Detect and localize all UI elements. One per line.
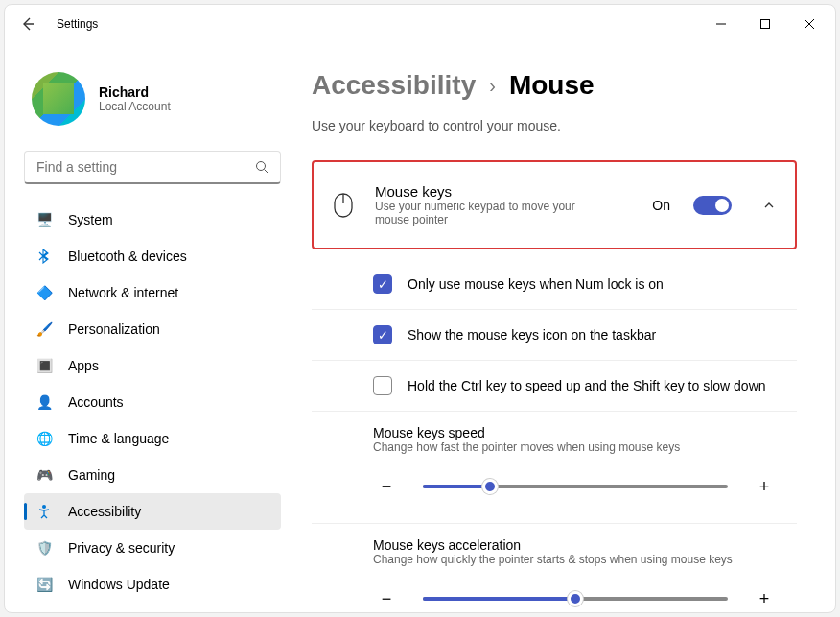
nav-icon: 🔷	[35, 284, 53, 301]
search-icon	[255, 160, 268, 174]
nav-icon: 🖥️	[35, 211, 53, 228]
close-button[interactable]	[787, 5, 831, 43]
titlebar: Settings	[5, 5, 835, 43]
mouse-keys-card[interactable]: Mouse keys Use your numeric keypad to mo…	[312, 160, 797, 249]
svg-rect-1	[761, 20, 770, 29]
search-input[interactable]	[36, 159, 255, 175]
checkbox[interactable]: ✓	[373, 325, 392, 344]
nav-icon: 🖌️	[35, 320, 53, 338]
decrease-button[interactable]: −	[373, 473, 400, 500]
nav-label: Windows Update	[68, 577, 170, 592]
settings-window: Settings Richard Local Account 🖥️SystemB…	[4, 4, 836, 613]
sidebar-item-network-internet[interactable]: 🔷Network & internet	[24, 274, 281, 311]
slider-thumb[interactable]	[482, 479, 498, 494]
sidebar-item-gaming[interactable]: 🎮Gaming	[24, 457, 281, 493]
checkbox-row[interactable]: ✓Show the mouse keys icon on the taskbar	[312, 310, 797, 361]
card-sub: Use your numeric keypad to move your mou…	[375, 200, 605, 226]
decrease-button[interactable]: −	[373, 585, 400, 612]
card-title: Mouse keys	[375, 183, 633, 200]
nav-label: Time & language	[68, 431, 169, 446]
checkbox[interactable]: ✓	[373, 274, 392, 294]
chevron-up-icon[interactable]	[762, 199, 776, 212]
increase-button[interactable]: +	[751, 585, 778, 612]
nav-label: Accessibility	[68, 504, 141, 519]
slider-block: Mouse keys speedChange how fast the poin…	[312, 412, 797, 524]
nav-label: Accounts	[68, 394, 124, 410]
sidebar-item-time-language[interactable]: 🌐Time & language	[24, 420, 281, 457]
sidebar-item-apps[interactable]: 🔳Apps	[24, 347, 281, 384]
slider-block: Mouse keys accelerationChange how quickl…	[312, 524, 797, 612]
sidebar-item-windows-update[interactable]: 🔄Windows Update	[24, 566, 281, 603]
sidebar-item-system[interactable]: 🖥️System	[24, 202, 281, 238]
nav-icon: 🛡️	[35, 539, 53, 557]
svg-point-6	[42, 505, 46, 509]
nav-icon	[35, 248, 53, 265]
nav-label: Personalization	[68, 321, 160, 337]
sidebar-item-personalization[interactable]: 🖌️Personalization	[24, 311, 281, 347]
sidebar-item-bluetooth-devices[interactable]: Bluetooth & devices	[24, 238, 281, 274]
sidebar-item-accessibility[interactable]: Accessibility	[24, 493, 281, 530]
window-controls	[699, 5, 831, 43]
slider-title: Mouse keys acceleration	[373, 537, 778, 553]
nav-label: Apps	[68, 358, 99, 373]
page-description: Use your keyboard to control your mouse.	[312, 118, 797, 133]
nav-icon: 🌐	[35, 430, 53, 447]
mouse-icon	[333, 192, 356, 219]
increase-button[interactable]: +	[751, 473, 778, 500]
back-button[interactable]	[9, 5, 47, 43]
checkbox-row[interactable]: ✓Only use mouse keys when Num lock is on	[312, 259, 797, 310]
nav-icon: 🎮	[35, 466, 53, 484]
sidebar-item-accounts[interactable]: 👤Accounts	[24, 384, 281, 420]
profile-block[interactable]: Richard Local Account	[24, 43, 281, 143]
chevron-right-icon: ›	[489, 75, 496, 97]
checkbox-label: Show the mouse keys icon on the taskbar	[408, 327, 656, 343]
nav-label: Network & internet	[68, 285, 178, 300]
slider-thumb[interactable]	[568, 591, 583, 606]
checkbox-label: Hold the Ctrl key to speed up and the Sh…	[408, 378, 766, 393]
checkbox-row[interactable]: Hold the Ctrl key to speed up and the Sh…	[312, 361, 797, 412]
nav-icon	[35, 503, 53, 520]
nav-label: System	[68, 212, 113, 227]
search-box[interactable]	[24, 151, 281, 184]
breadcrumb-parent[interactable]: Accessibility	[312, 70, 476, 101]
nav-icon: 🔳	[35, 357, 53, 374]
profile-sub: Local Account	[99, 100, 171, 113]
toggle-state: On	[652, 198, 670, 213]
slider-title: Mouse keys speed	[373, 425, 778, 440]
nav-list: 🖥️SystemBluetooth & devices🔷Network & in…	[24, 202, 281, 603]
nav-label: Privacy & security	[68, 540, 175, 556]
svg-point-4	[257, 162, 266, 171]
breadcrumb-current: Mouse	[509, 70, 595, 101]
nav-icon: 🔄	[35, 576, 53, 593]
slider-sub: Change how fast the pointer moves when u…	[373, 440, 778, 454]
breadcrumb: Accessibility › Mouse	[312, 70, 797, 101]
svg-line-5	[265, 170, 268, 174]
minimize-button[interactable]	[699, 5, 743, 43]
slider-sub: Change how quickly the pointer starts & …	[373, 553, 778, 566]
slider[interactable]	[423, 485, 728, 488]
nav-label: Gaming	[68, 467, 115, 483]
nav-icon: 👤	[35, 393, 53, 411]
mouse-keys-toggle[interactable]	[693, 196, 732, 215]
sidebar-item-privacy-security[interactable]: 🛡️Privacy & security	[24, 530, 281, 566]
profile-name: Richard	[99, 84, 171, 100]
slider[interactable]	[423, 597, 728, 601]
main-panel: Accessibility › Mouse Use your keyboard …	[292, 43, 835, 612]
app-title: Settings	[57, 17, 98, 31]
checkbox[interactable]	[373, 376, 392, 395]
maximize-button[interactable]	[743, 5, 787, 43]
avatar	[32, 72, 85, 126]
nav-label: Bluetooth & devices	[68, 249, 187, 264]
sidebar: Richard Local Account 🖥️SystemBluetooth …	[5, 43, 292, 612]
checkbox-label: Only use mouse keys when Num lock is on	[408, 276, 664, 292]
